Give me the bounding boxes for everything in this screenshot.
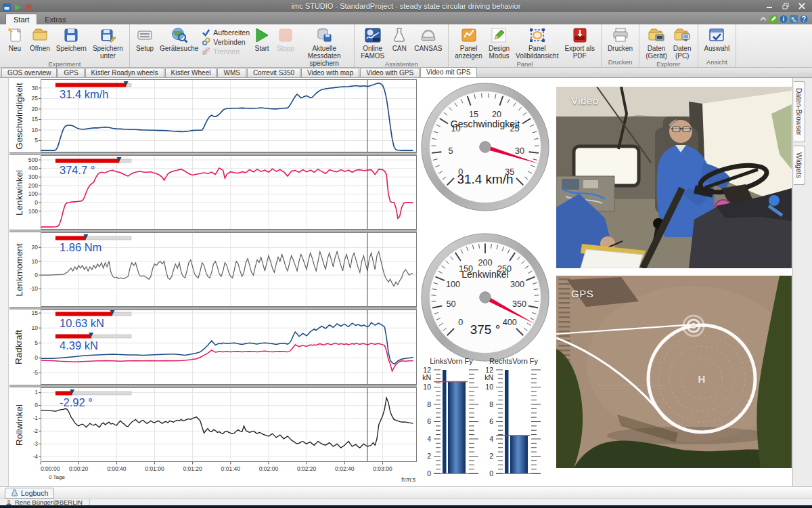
ribbon-button-neu[interactable]: Neu xyxy=(3,26,26,53)
svg-text:0: 0 xyxy=(427,469,431,478)
ribbon-button-panel[interactable]: Panel Vollbildansicht xyxy=(513,26,561,60)
svg-text:-1: -1 xyxy=(32,415,38,421)
data-device-icon xyxy=(648,26,665,44)
svg-text:50: 50 xyxy=(447,299,456,309)
ribbon-button-speichern[interactable]: Speichern xyxy=(53,26,89,53)
panel-tab-wms[interactable]: WMS xyxy=(217,68,246,77)
svg-text:20: 20 xyxy=(32,106,39,112)
ribbon-stack-label: Verbinden xyxy=(213,38,245,46)
ribbon-button-label: Aktuelle Messdaten speichern xyxy=(300,45,348,67)
panel-tab-gps[interactable]: GPS xyxy=(58,68,84,77)
current-value-label: 1.86 Nm xyxy=(60,241,102,253)
ribbon-group-explorer: Daten (Gerät)Daten (PC)Explorer xyxy=(639,24,698,67)
ribbon-button-daten[interactable]: Daten (PC) xyxy=(671,26,694,60)
ribbon-button-start[interactable]: Start xyxy=(250,26,273,53)
plot-area[interactable]: 5004003002001000-100374.7 ° xyxy=(28,155,417,230)
ribbon-button-label: Speichern xyxy=(56,45,87,52)
panel-show-icon xyxy=(460,26,478,44)
ribbon-stack-label: Aufbereiten xyxy=(213,28,250,37)
side-tab-daten-browser[interactable]: Daten-Browser xyxy=(794,81,805,142)
svg-text:200: 200 xyxy=(478,258,492,268)
panel-tab-video-with-gps[interactable]: Video with GPS xyxy=(360,68,420,77)
ribbon-button-drucken[interactable]: Drucken xyxy=(605,26,635,53)
ribbon-button-label: Neu xyxy=(9,45,21,52)
ribbon-button-label: Stopp xyxy=(277,45,294,52)
svg-text:300: 300 xyxy=(510,280,524,289)
ribbon-button-cansas[interactable]: CANSAS xyxy=(411,26,445,53)
user-icon xyxy=(5,499,12,506)
panel-tab-kistler-wheel[interactable]: Kistler Wheel xyxy=(165,68,217,77)
plot-area[interactable]: 151050-510.63 kN4.39 kN xyxy=(28,310,417,385)
ribbon-button-auswahl[interactable]: Auswahl xyxy=(702,26,733,53)
info-icon[interactable] xyxy=(780,14,788,22)
svg-text:2: 2 xyxy=(489,452,493,460)
curve-window-geschwindigkeit: Geschwindigkeit5101520253031.4 km/h xyxy=(9,79,417,152)
ribbon-button-label: Daten (Gerät) xyxy=(646,45,667,60)
imc-app-icon[interactable] xyxy=(3,2,11,10)
panel-tab-bar: GOS overviewGPSKistler Roadyn wheelsKist… xyxy=(0,68,812,78)
minimize-icon[interactable] xyxy=(762,1,777,10)
ribbon-button-can[interactable]: CAN xyxy=(388,26,411,53)
ribbon-button-label: Panel Vollbildansicht xyxy=(516,45,558,60)
video-frame-image xyxy=(556,87,792,268)
gps-map-image: H xyxy=(556,276,792,468)
close-icon[interactable] xyxy=(794,1,809,10)
panel-tab-video-with-map[interactable]: Video with map xyxy=(301,68,359,77)
svg-text:0:02:00: 0:02:00 xyxy=(259,465,279,472)
plot-area[interactable]: 5101520253031.4 km/h xyxy=(28,79,417,152)
logbook-tab[interactable]: Logbuch xyxy=(5,488,54,499)
collapse-ribbon-icon[interactable] xyxy=(759,14,767,22)
help-icon[interactable] xyxy=(800,14,808,22)
design-mode-icon xyxy=(490,26,508,44)
ribbon-button-setup[interactable]: Setup xyxy=(133,26,156,53)
quick-access-toolbar[interactable] xyxy=(3,2,32,10)
ribbon-button-design[interactable]: Design Modus xyxy=(486,26,512,60)
stop-icon[interactable] xyxy=(24,2,32,10)
ribbon-group-items: Daten (Gerät)Daten (PC) xyxy=(641,24,696,60)
panel-tab-kistler-roadyn-wheels[interactable]: Kistler Roadyn wheels xyxy=(85,68,164,77)
window-controls xyxy=(762,1,809,10)
ribbon-button-daten[interactable]: Daten (Gerät) xyxy=(643,26,670,60)
ribbon-button-gerätesuche[interactable]: Gerätesuche xyxy=(157,26,201,53)
curve-window-stack: Geschwindigkeit5101520253031.4 km/hLenkw… xyxy=(9,79,417,484)
restore-icon[interactable] xyxy=(778,1,793,10)
svg-text:8: 8 xyxy=(489,400,493,408)
svg-text:400: 400 xyxy=(28,165,38,171)
ribbon-button-online[interactable]: Online FAMOS xyxy=(358,26,387,60)
window-titlebar: imc STUDIO - StandardProject - steady st… xyxy=(0,0,812,12)
play-icon[interactable] xyxy=(14,2,22,10)
svg-text:500: 500 xyxy=(28,156,38,163)
ribbon-stack-item-trennen: Trennen xyxy=(202,47,250,56)
ribbon-button-aktuelle-messdaten[interactable]: Aktuelle Messdaten speichern xyxy=(298,26,351,68)
logbook-bar: Logbuch xyxy=(0,486,812,499)
ribbon-stack-item-verbinden[interactable]: Verbinden xyxy=(202,37,250,46)
ribbon-button-stopp: Stopp xyxy=(274,26,297,53)
ribbon-button-panel[interactable]: Panel anzeigen xyxy=(452,26,485,60)
value-slider-fill xyxy=(55,159,119,163)
gauge-title: Geschwindigkeit xyxy=(451,119,520,129)
plot-area[interactable]: 10-1-2-3-4-2.92 ° xyxy=(28,387,417,462)
gauge-lenkwinkel: 050100150200250300350400Lenkwinkel375 ° xyxy=(420,232,551,363)
save-measure-icon xyxy=(315,26,333,44)
current-value-label: 4.39 kN xyxy=(60,339,98,352)
ribbon-button-öffnen[interactable]: Öffnen xyxy=(27,26,53,53)
ribbon-tab-start[interactable]: Start xyxy=(5,14,37,24)
panel-tab-correvit-s350[interactable]: Correvit S350 xyxy=(247,68,300,77)
side-tab-widgets[interactable]: Widgets xyxy=(794,146,805,185)
panel-tab-video-mit-gps[interactable]: Video mit GPS xyxy=(420,67,476,77)
ribbon-button-export-als[interactable]: Export als PDF xyxy=(562,26,597,60)
svg-text:0:00:40: 0:00:40 xyxy=(107,465,127,472)
svg-text:0 Tage: 0 Tage xyxy=(49,474,65,480)
start-icon xyxy=(253,26,271,44)
panel-left-margin xyxy=(0,78,9,486)
ribbon-stack: AufbereitenVerbindenTrennen xyxy=(202,26,250,56)
peak-bar xyxy=(443,370,447,473)
plot-area[interactable]: 20100-101.86 Nm xyxy=(28,232,417,307)
ribbon-stack-item-aufbereiten[interactable]: Aufbereiten xyxy=(202,28,250,37)
ribbon-button-label: Export als PDF xyxy=(564,45,594,60)
ribbon-tab-extras[interactable]: Extras xyxy=(37,14,73,24)
ribbon-button-speichern[interactable]: Speichern unter xyxy=(90,26,126,60)
license-icon[interactable] xyxy=(790,14,798,22)
panel-tab-gos-overview[interactable]: GOS overview xyxy=(1,68,57,77)
edit-icon[interactable] xyxy=(769,14,777,22)
